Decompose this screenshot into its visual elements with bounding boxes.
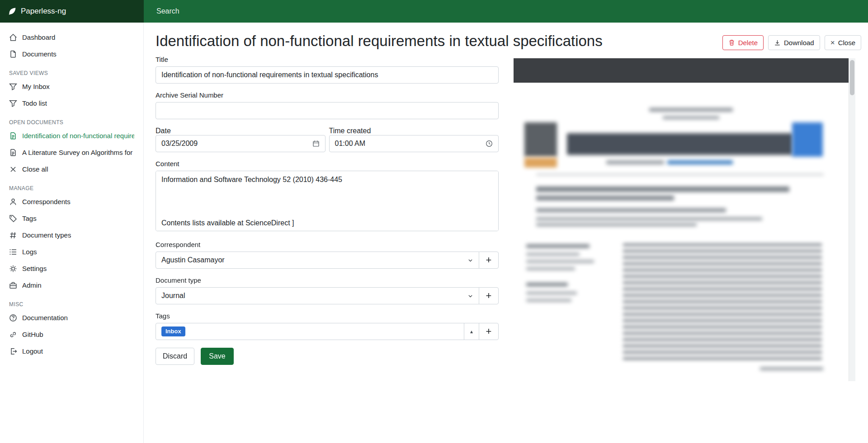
sidebar-item-github[interactable]: GitHub (0, 326, 143, 343)
pdf-viewer-toolbar[interactable] (514, 58, 849, 83)
pdf-page (514, 83, 849, 381)
close-button[interactable]: × Close (825, 35, 861, 50)
sidebar-item-label: Close all (22, 165, 48, 173)
sidebar-item-label: GitHub (22, 331, 43, 338)
time-created-input[interactable]: 01:00 AM (329, 135, 499, 152)
date-field-label: Date (156, 127, 171, 135)
download-button[interactable]: Download (768, 35, 820, 50)
topbar-search-area (144, 0, 868, 23)
sidebar-item-logout[interactable]: Logout (0, 343, 143, 359)
tags-field-label: Tags (156, 312, 499, 320)
sidebar-item-logs[interactable]: Logs (0, 243, 143, 260)
tag-badge-inbox[interactable]: Inbox (161, 326, 185, 336)
sidebar-item-tags[interactable]: Tags (0, 210, 143, 227)
sidebar-item-settings[interactable]: Settings (0, 260, 143, 277)
tags-dropdown-button[interactable]: ▴ (464, 323, 479, 340)
file-text-icon (9, 149, 17, 157)
date-value: 03/25/2009 (161, 140, 198, 148)
plus-icon: + (486, 290, 492, 302)
preview-blur-info-line-3 (526, 260, 594, 263)
date-input[interactable]: 03/25/2009 (156, 135, 326, 152)
trash-icon (728, 39, 735, 46)
tags-input[interactable]: Inbox (156, 323, 464, 340)
preview-blur-sciencedirect-logo (792, 122, 823, 157)
sidebar-item-document-types[interactable]: Document types (0, 227, 143, 243)
preview-blur-info-line-1 (526, 244, 590, 248)
sidebar-item-close-all[interactable]: Close all (0, 161, 143, 177)
correspondent-value: Agustin Casamayor (161, 256, 225, 264)
sidebar-open-document-1[interactable]: Identification of non-functional require… (0, 127, 143, 144)
toolbox-icon (9, 281, 17, 289)
main-content: Identification of non-functional require… (144, 23, 868, 443)
sidebar-item-label: Documentation (22, 314, 68, 322)
time-created-field-label: Time created (329, 127, 371, 135)
add-tag-button[interactable]: + (479, 323, 499, 340)
sidebar-item-label: Logout (22, 347, 43, 355)
list-icon (9, 248, 17, 256)
leaf-logo-icon (8, 7, 16, 15)
delete-button-label: Delete (738, 39, 758, 47)
close-icon (9, 165, 17, 173)
sidebar: Dashboard Documents SAVED VIEWS My Inbox… (0, 23, 144, 443)
sidebar-item-label: Tags (22, 215, 37, 222)
time-value: 01:00 AM (335, 140, 366, 148)
clock-icon[interactable] (486, 140, 493, 147)
tag-icon (9, 215, 17, 223)
preview-blur-info-line-6 (526, 292, 577, 294)
sidebar-item-my-inbox[interactable]: My Inbox (0, 78, 143, 95)
sidebar-item-label: My Inbox (22, 83, 50, 90)
chevron-down-icon (467, 293, 473, 299)
sidebar-item-label: A Literature Survey on Algorithms for Mu… (22, 149, 134, 156)
preview-blur-author-line-2 (663, 116, 719, 119)
sidebar-item-documentation[interactable]: Documentation (0, 309, 143, 326)
correspondent-field-label: Correspondent (156, 241, 499, 248)
content-field-label: Content (156, 160, 499, 168)
preview-blur-article-title-1 (536, 187, 789, 192)
preview-blur-info-line-2 (526, 253, 580, 256)
topbar: Paperless-ng (0, 0, 868, 23)
sidebar-open-document-2[interactable]: A Literature Survey on Algorithms for Mu… (0, 144, 143, 161)
preview-blur-affiliation-1 (536, 217, 762, 220)
person-icon (9, 198, 17, 206)
hash-icon (9, 231, 17, 239)
calendar-icon[interactable] (312, 140, 320, 147)
preview-blur-abstract-block (623, 243, 822, 360)
funnel-icon (9, 99, 17, 107)
sidebar-item-label: Admin (22, 281, 42, 289)
sidebar-item-todo-list[interactable]: Todo list (0, 95, 143, 112)
search-input[interactable] (156, 7, 427, 16)
sidebar-item-documents[interactable]: Documents (0, 46, 143, 62)
preview-blur-authors-line (536, 208, 726, 212)
sidebar-section-misc: MISC (9, 301, 134, 308)
add-correspondent-button[interactable]: + (479, 252, 499, 269)
document-type-select[interactable]: Journal (156, 287, 479, 304)
document-actions: Delete Download × Close (722, 35, 861, 50)
gear-icon (9, 265, 17, 273)
save-button[interactable]: Save (201, 348, 233, 365)
sidebar-section-open-documents: OPEN DOCUMENTS (9, 119, 134, 126)
preview-scrollbar[interactable] (849, 58, 855, 381)
document-type-value: Journal (161, 292, 185, 300)
sidebar-item-admin[interactable]: Admin (0, 277, 143, 294)
close-button-label: Close (838, 39, 855, 47)
correspondent-select[interactable]: Agustin Casamayor (156, 252, 479, 269)
discard-button[interactable]: Discard (156, 348, 194, 365)
sidebar-item-label: Identification of non-functional require… (22, 132, 134, 140)
sidebar-item-dashboard[interactable]: Dashboard (0, 29, 143, 46)
file-text-icon (9, 132, 17, 140)
preview-blur-publisher-logo (524, 122, 557, 157)
download-button-label: Download (784, 39, 814, 47)
delete-button[interactable]: Delete (722, 35, 764, 50)
preview-blur-info-line-4 (526, 267, 575, 270)
add-document-type-button[interactable]: + (479, 287, 499, 304)
sidebar-item-correspondents[interactable]: Correspondents (0, 193, 143, 210)
title-input[interactable] (156, 66, 499, 84)
app-brand[interactable]: Paperless-ng (0, 0, 144, 23)
preview-blur-footer-line (760, 367, 823, 370)
asn-field-label: Archive Serial Number (156, 91, 499, 99)
sidebar-item-label: Settings (22, 265, 47, 272)
content-textarea[interactable]: Information and Software Technology 52 (… (156, 171, 499, 231)
archive-serial-number-input[interactable] (156, 102, 499, 119)
preview-blur-divider (536, 174, 824, 175)
preview-scrollbar-thumb[interactable] (850, 60, 854, 95)
